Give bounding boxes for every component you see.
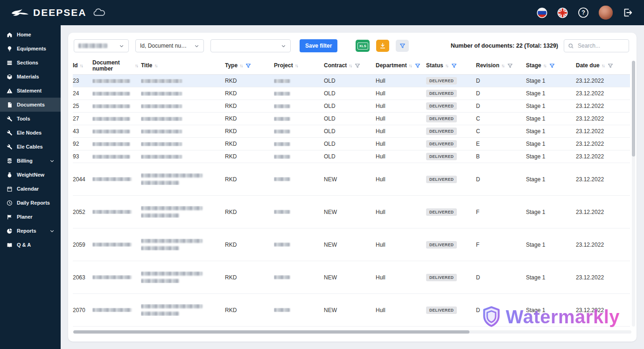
column-header-document-number[interactable]: Document number↑↓ [92, 60, 141, 72]
column-header-date-due[interactable]: Date due↑↓ [576, 63, 630, 69]
table-row[interactable]: 93RKDOLDHullDELIVEREDBStage 123.12.2022 [73, 150, 630, 163]
cell-id: 43 [73, 128, 92, 135]
sort-icon[interactable]: ↑↓ [501, 63, 505, 68]
horizontal-scrollbar-thumb[interactable] [73, 330, 469, 334]
status-badge: DELIVERED [426, 241, 457, 249]
language-english-icon[interactable] [557, 7, 568, 18]
cell-contract: NEW [324, 274, 376, 281]
sort-icon[interactable]: ↑↓ [445, 63, 449, 68]
sort-icon[interactable]: ↑↓ [409, 63, 413, 68]
search-input[interactable] [577, 42, 625, 50]
sidebar-item-billing[interactable]: Billing [0, 154, 61, 168]
cell-type: RKD [225, 209, 274, 215]
cell-date-due: 23.12.2022 [576, 274, 630, 281]
sidebar-item-label: Ele Nodes [17, 130, 42, 135]
planer-icon [6, 214, 13, 220]
filter-select-value[interactable] [210, 39, 291, 52]
column-filter-icon[interactable] [608, 63, 613, 69]
vertical-scrollbar[interactable] [632, 61, 635, 327]
sidebar-item-ele-cables[interactable]: Ele Cables [0, 140, 61, 154]
calendar-icon [6, 186, 13, 192]
cell-document-number-redacted [92, 275, 141, 279]
table-row[interactable]: 2052RKDNEWHullDELIVEREDFStage 123.12.202… [73, 196, 630, 228]
vertical-scrollbar-thumb[interactable] [632, 61, 635, 157]
cell-title-redacted [141, 271, 225, 283]
filter-select-fields[interactable]: Id, Document numb... [135, 39, 204, 52]
table-row[interactable]: 2044RKDNEWHullDELIVEREDDStage 123.12.202… [73, 163, 630, 196]
logout-icon[interactable] [623, 7, 633, 18]
sort-icon[interactable]: ↑↓ [80, 63, 84, 68]
sidebar-item-calendar[interactable]: Calendar [0, 182, 61, 196]
sort-icon[interactable]: ↑↓ [602, 63, 606, 68]
chevron-down-icon [49, 158, 55, 164]
sidebar-item-tools[interactable]: Tools [0, 112, 61, 126]
sidebar-item-weightnew[interactable]: WeightNew [0, 168, 61, 182]
sidebar-item-ele-nodes[interactable]: Ele Nodes [0, 126, 61, 140]
sort-icon[interactable]: ↑↓ [543, 63, 547, 68]
column-header-id[interactable]: Id↑↓ [73, 63, 92, 69]
sort-icon[interactable]: ↑↓ [154, 63, 158, 68]
column-filter-icon[interactable] [415, 63, 420, 69]
column-filter-icon[interactable] [451, 63, 457, 69]
column-header-type[interactable]: Type↑↓ [225, 63, 274, 69]
select-value: Id, Document numb... [140, 43, 190, 49]
cell-id: 25 [73, 103, 92, 109]
download-button[interactable] [376, 40, 389, 52]
save-filter-button[interactable]: Save filter [300, 39, 337, 52]
sidebar-item-home[interactable]: Home [0, 28, 61, 42]
sidebar-item-q-a[interactable]: Q & A [0, 238, 61, 252]
horizontal-scrollbar[interactable] [73, 330, 631, 334]
cell-status: DELIVERED [426, 241, 476, 249]
language-russian-icon[interactable] [537, 7, 547, 18]
sidebar-item-sections[interactable]: Sections [0, 56, 61, 70]
column-filter-icon[interactable] [549, 63, 555, 69]
help-icon[interactable]: ? [578, 7, 589, 18]
table-row[interactable]: 43RKDOLDHullDELIVEREDCStage 123.12.2022 [73, 125, 630, 138]
cell-date-due: 23.12.2022 [576, 176, 630, 183]
column-header-contract[interactable]: Contract↑↓ [324, 63, 376, 69]
table-row[interactable]: 2059RKDNEWHullDELIVEREDFStage 123.12.202… [73, 228, 630, 261]
table-row[interactable]: 2070RKDNEWHullDELIVEREDDStage 123.12.202… [73, 294, 630, 327]
cell-revision: C [476, 128, 526, 135]
sidebar-item-materials[interactable]: Materials [0, 70, 61, 84]
document-count: Number of documents: 22 (Total: 1329) [451, 43, 558, 49]
column-header-department[interactable]: Department↑↓ [376, 63, 426, 69]
column-header-title[interactable]: Title↑↓ [141, 63, 225, 69]
search-box[interactable] [564, 39, 629, 52]
column-header-status[interactable]: Status↑↓ [426, 63, 476, 69]
avatar[interactable] [599, 6, 613, 20]
column-filter-icon[interactable] [355, 63, 360, 69]
export-xls-button[interactable]: XLS [356, 40, 370, 52]
column-header-revision[interactable]: Revision↑↓ [476, 63, 526, 69]
column-header-stage[interactable]: Stage↑↓ [526, 63, 576, 69]
sidebar-item-documents[interactable]: Documents [0, 98, 61, 112]
sidebar-item-label: Planer [17, 214, 33, 220]
table-row[interactable]: 24RKDOLDHullDELIVEREDDStage 123.12.2022 [73, 87, 630, 100]
sidebar-item-planer[interactable]: Planer [0, 210, 61, 224]
table-row[interactable]: 2063RKDNEWHullDELIVEREDDStage 123.12.202… [73, 261, 630, 294]
column-filter-icon[interactable] [507, 63, 513, 69]
cell-status: DELIVERED [426, 128, 476, 135]
sidebar-item-reports[interactable]: Reports [0, 224, 61, 238]
cell-id: 2044 [73, 176, 92, 183]
cell-department: Hull [376, 307, 426, 313]
table-row[interactable]: 92RKDOLDHullDELIVEREDEStage 123.12.2022 [73, 138, 630, 150]
filter-select-saved[interactable] [74, 39, 129, 52]
sort-icon[interactable]: ↑↓ [349, 63, 353, 68]
sort-icon[interactable]: ↑↓ [295, 63, 299, 68]
sidebar-item-statement[interactable]: Statement [0, 84, 61, 98]
sort-icon[interactable]: ↑↓ [135, 63, 139, 68]
sidebar-item-daily-reports[interactable]: Daily Reports [0, 196, 61, 210]
table-row[interactable]: 27RKDOLDHullDELIVEREDCStage 123.12.2022 [73, 113, 630, 125]
sidebar-item-equipments[interactable]: Equipments [0, 42, 61, 56]
cell-revision: D [476, 176, 526, 183]
filter-button[interactable] [396, 40, 409, 52]
xls-label: XLS [357, 43, 369, 50]
table-row[interactable]: 23RKDOLDHullDELIVEREDDStage 123.12.2022 [73, 75, 630, 87]
cell-status: DELIVERED [426, 208, 476, 216]
cell-title-redacted [141, 79, 225, 83]
column-header-project[interactable]: Project↑↓ [274, 63, 324, 69]
table-row[interactable]: 25RKDOLDHullDELIVEREDDStage 123.12.2022 [73, 100, 630, 113]
column-filter-icon[interactable] [245, 63, 251, 69]
sort-icon[interactable]: ↑↓ [239, 63, 244, 68]
